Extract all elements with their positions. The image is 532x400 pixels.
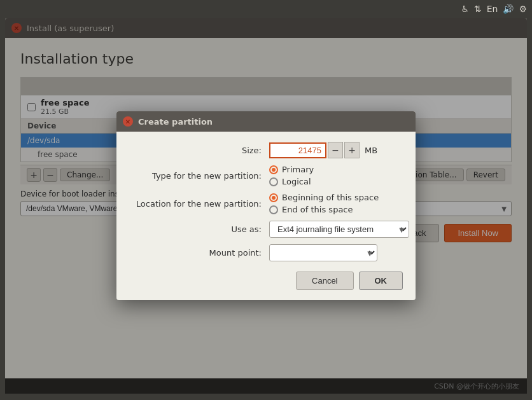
mount-point-select[interactable]: / /home /boot	[269, 244, 377, 261]
size-increase-button[interactable]: +	[344, 142, 360, 158]
partition-type-row: Type for the new partition: Primary Logi…	[129, 165, 403, 186]
radio-beginning[interactable]: Beginning of this space	[269, 193, 379, 202]
radio-primary[interactable]: Primary	[269, 165, 314, 174]
size-row: Size: − + MB	[129, 142, 403, 158]
dialog-close-button[interactable]: ✕	[123, 116, 133, 127]
size-input-group: − + MB	[269, 142, 377, 158]
size-unit: MB	[365, 146, 377, 155]
radio-primary-dot	[269, 165, 278, 174]
radio-logical-dot	[269, 177, 278, 186]
partition-type-group: Primary Logical	[269, 165, 314, 186]
create-partition-dialog: ✕ Create partition Size: − + MB	[116, 111, 416, 300]
dialog-body: Size: − + MB Type for the new partition:	[116, 132, 416, 300]
radio-beginning-dot	[269, 193, 278, 202]
dialog-title: Create partition	[138, 117, 213, 127]
mount-point-select-wrapper[interactable]: / /home /boot	[269, 244, 377, 261]
volume-icon[interactable]: 🔊	[503, 4, 514, 14]
size-label: Size:	[129, 146, 269, 155]
dialog-titlebar: ✕ Create partition	[116, 111, 416, 132]
language-icon[interactable]: En	[487, 4, 498, 14]
location-row: Location for the new partition: Beginnin…	[129, 193, 403, 214]
dialog-buttons: Cancel OK	[129, 272, 403, 290]
location-group: Beginning of this space End of this spac…	[269, 193, 379, 214]
main-window: ✕ Install (as superuser) Installation ty…	[5, 18, 527, 394]
radio-beginning-label: Beginning of this space	[282, 193, 379, 202]
size-decrease-button[interactable]: −	[328, 142, 343, 158]
mount-point-row: Mount point: / /home /boot	[129, 244, 403, 261]
mount-point-label: Mount point:	[129, 248, 269, 258]
use-as-row: Use as: Ext4 journaling file systemExt3 …	[129, 221, 403, 238]
use-as-select-wrapper[interactable]: Ext4 journaling file systemExt3 journali…	[269, 221, 409, 238]
radio-end-label: End of this space	[282, 205, 353, 214]
use-as-label: Use as:	[129, 224, 269, 234]
location-label: Location for the new partition:	[129, 199, 269, 209]
size-input[interactable]	[269, 142, 326, 158]
radio-end-dot	[269, 205, 278, 214]
radio-primary-label: Primary	[282, 165, 314, 174]
ok-button[interactable]: OK	[359, 272, 403, 290]
keyboard-icon[interactable]: ⇅	[474, 4, 482, 14]
radio-end[interactable]: End of this space	[269, 205, 379, 214]
dialog-overlay: ✕ Create partition Size: − + MB	[5, 18, 527, 394]
accessibility-icon[interactable]: ♿	[461, 4, 469, 14]
system-bar: ♿ ⇅ En 🔊 ⚙	[0, 0, 532, 18]
use-as-select[interactable]: Ext4 journaling file systemExt3 journali…	[269, 221, 409, 238]
radio-logical-label: Logical	[282, 177, 311, 186]
cancel-button[interactable]: Cancel	[296, 272, 353, 290]
settings-icon[interactable]: ⚙	[519, 4, 527, 14]
radio-logical[interactable]: Logical	[269, 177, 314, 186]
partition-type-label: Type for the new partition:	[129, 171, 269, 181]
